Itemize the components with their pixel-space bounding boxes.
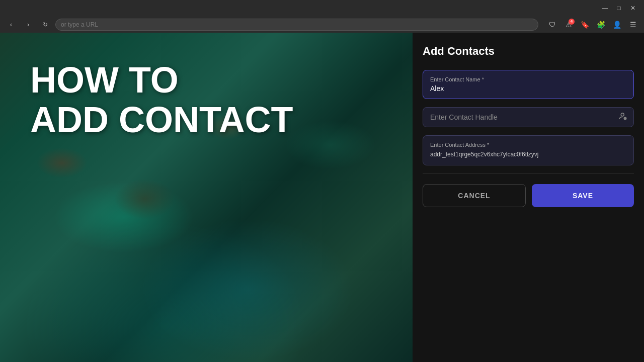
cancel-button[interactable]: CANCEL [423,184,526,207]
panel-content: Add Contacts Enter Contact Name * Alex E… [413,33,644,362]
contact-name-group: Enter Contact Name * Alex [423,70,634,99]
contact-address-value: addr_test1qrge5qc2v6xhc7ylcac0f6tlzyvj [430,151,538,158]
contact-handle-icon[interactable] [618,112,627,123]
background-text: HOW TO ADD CONTACT [30,60,293,140]
button-row: CANCEL SAVE [423,184,634,211]
bookmark-icon[interactable]: 🔖 [578,18,592,32]
browser-chrome: — □ ✕ ‹ › ↻ or type a URL 🛡 ⚠ 4 🔖 🧩 👤 ☰ [0,0,644,33]
right-panel: ‹ Preprod ? Add Contacts Enter Contact N… [413,0,644,362]
puzzle-icon[interactable]: 🧩 [594,18,608,32]
address-bar[interactable]: or type a URL [55,19,538,31]
save-button[interactable]: SAVE [532,184,634,207]
contact-name-value: Alex [430,84,444,93]
alert-icon[interactable]: ⚠ 4 [561,18,576,32]
nav-forward-button[interactable]: › [21,18,35,32]
shield-icon[interactable]: 🛡 [545,18,559,32]
contact-address-label: Enter Contact Address * [430,142,626,148]
contact-handle-field[interactable]: Enter Contact Handle [423,107,634,127]
background-image [0,0,413,362]
nav-back-button[interactable]: ‹ [4,18,18,32]
contact-name-field[interactable]: Enter Contact Name * Alex [423,70,634,99]
address-text: or type a URL [61,21,98,28]
svg-point-1 [621,113,624,116]
maximize-button[interactable]: □ [612,1,626,15]
close-button[interactable]: ✕ [626,1,640,15]
contact-handle-placeholder: Enter Contact Handle [430,113,498,121]
button-separator [423,173,634,174]
contact-handle-group: Enter Contact Handle [423,107,634,127]
account-icon[interactable]: 👤 [610,18,624,32]
minimize-button[interactable]: — [598,1,612,15]
contact-address-field[interactable]: Enter Contact Address * addr_test1qrge5q… [423,135,634,165]
toolbar-icons: 🛡 ⚠ 4 🔖 🧩 👤 ☰ [545,18,640,32]
contact-name-label: Enter Contact Name * [430,76,626,82]
contact-address-group: Enter Contact Address * addr_test1qrge5q… [423,135,634,165]
alert-badge: 4 [569,19,575,25]
refresh-button[interactable]: ↻ [38,18,52,32]
toolbar: ‹ › ↻ or type a URL 🛡 ⚠ 4 🔖 🧩 👤 ☰ [0,16,644,33]
titlebar: — □ ✕ [0,0,644,16]
panel-title: Add Contacts [423,45,634,58]
menu-icon[interactable]: ☰ [626,18,640,32]
